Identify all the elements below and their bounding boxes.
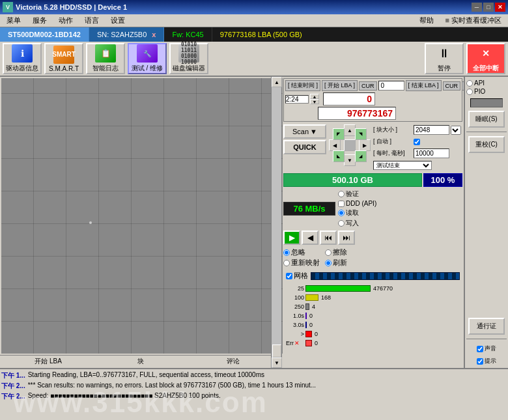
side-panel: API PIO 睡眠(S) 重校(C) 通行证 声音 提示 xyxy=(464,77,508,368)
back-button[interactable]: ◀ xyxy=(302,231,318,245)
smart-button[interactable]: SMART S.M.A.R.T xyxy=(44,43,83,74)
scan-dropdown-arrow: ▼ xyxy=(310,128,317,135)
terr-count: 0 xyxy=(315,340,318,346)
stop-button[interactable]: ✕ 全部中断 xyxy=(466,43,505,74)
pio-radio[interactable] xyxy=(466,89,473,95)
verify-radio[interactable] xyxy=(338,191,345,197)
err-x-icon: ✕ xyxy=(294,340,300,346)
status-time-1: 下午 1... xyxy=(1,371,25,380)
sound-checkbox[interactable] xyxy=(477,346,483,352)
terr-bar xyxy=(305,340,312,346)
nav-right-button[interactable]: ▶ xyxy=(359,139,371,151)
timeout-input[interactable] xyxy=(414,148,449,158)
status-line-2: 下午 2... *** Scan results: no warnings, n… xyxy=(1,381,507,391)
pause-button[interactable]: ⏸ 暂停 xyxy=(425,43,464,74)
ddd-checkbox-label[interactable]: DDD (API) xyxy=(338,200,376,207)
nav-center-button[interactable] xyxy=(344,139,356,151)
menu-settings[interactable]: 设置 xyxy=(106,14,130,27)
end-action-select[interactable]: 测试结束 xyxy=(373,161,432,170)
drive-bar: ST500DM002-1BD142 SN: S2AHZ5B0 x Fw: KC4… xyxy=(0,27,508,42)
t25-count: 476770 xyxy=(373,285,393,292)
ignore-radio-label[interactable]: 忽略 xyxy=(283,247,320,257)
erase-radio[interactable] xyxy=(325,249,332,256)
write-radio-label[interactable]: 写入 xyxy=(338,219,359,228)
t1s-count: 0 xyxy=(309,313,313,319)
size-select[interactable]: ▼ xyxy=(451,126,461,135)
tgt-count: 0 xyxy=(315,331,318,337)
cur-end-label: CUR xyxy=(443,81,461,91)
nav-downleft-button[interactable]: ◣ xyxy=(333,150,345,162)
grid-checkbox[interactable] xyxy=(286,273,292,279)
speed-mode-row: 76 MB/s 验证 DDD (API) xyxy=(283,189,462,228)
playback-controls: ▶ ◀ ⏮ ⏭ xyxy=(283,231,462,245)
ignore-radio[interactable] xyxy=(283,249,290,256)
pio-radio-label[interactable]: PIO xyxy=(466,88,507,95)
ddd-checkbox[interactable] xyxy=(338,201,345,207)
refresh-radio-label[interactable]: 刷新 xyxy=(325,258,347,268)
close-button[interactable]: ✕ xyxy=(495,3,505,12)
cur-label: CUR xyxy=(359,81,377,91)
menu-action[interactable]: 动作 xyxy=(53,14,78,27)
nav-left-button[interactable]: ◀ xyxy=(329,139,341,151)
skip-fwd-button[interactable]: ⏭ xyxy=(338,231,355,245)
nav-downright-button[interactable]: ◢ xyxy=(355,150,367,162)
maximize-button[interactable]: □ xyxy=(483,3,494,12)
scan-button[interactable]: Scan ▼ xyxy=(283,124,326,139)
quick-button[interactable]: QUICK xyxy=(283,140,326,154)
scroll-up-button[interactable]: ▲ xyxy=(272,77,282,87)
read-radio[interactable] xyxy=(338,210,345,216)
passthrough-button[interactable]: 通行证 xyxy=(468,318,505,335)
scroll-thumb[interactable] xyxy=(272,344,281,357)
remap-radio-label[interactable]: 重新映射 xyxy=(283,258,320,268)
toolbar: ℹ 驱动器信息 SMART S.M.A.R.T 📋 智能日志 🔧 测试 / 维修… xyxy=(0,42,508,77)
auto-checkbox[interactable] xyxy=(414,139,420,145)
status-time-3: 下午 2... xyxy=(1,392,25,401)
api-radio-label[interactable]: API xyxy=(466,79,507,87)
hex-editor-button[interactable]: 01010110110100010000 磁盘编辑器 xyxy=(169,43,208,74)
sn-close-btn[interactable]: x xyxy=(152,31,156,38)
erase-radio-label[interactable]: 擦除 xyxy=(325,247,347,257)
reset-button[interactable]: 重校(C) xyxy=(468,136,505,153)
drive-info-button[interactable]: ℹ 驱动器信息 xyxy=(3,43,42,74)
realtime-buffer-btn[interactable]: ≡ 实时查看缓冲区 xyxy=(440,14,507,27)
nav-upright-button[interactable]: ◥ xyxy=(355,128,367,140)
side-separator-2 xyxy=(466,339,507,339)
nav-down-button[interactable]: ▼ xyxy=(344,154,356,166)
api-radio[interactable] xyxy=(466,80,473,87)
timeout-label: [ 每时, 毫秒] xyxy=(373,149,412,158)
time-spin-up[interactable]: ▲ xyxy=(310,94,319,99)
scroll-down-button[interactable]: ▼ xyxy=(272,357,282,368)
skip-back-button[interactable]: ⏮ xyxy=(320,231,337,245)
scan-panel: ▲ ▼ 开始 LBA 块 评论 xyxy=(0,77,281,368)
sleep-button[interactable]: 睡眠(S) xyxy=(468,111,505,128)
log-button[interactable]: 📋 智能日志 xyxy=(86,43,125,74)
menu-language[interactable]: 语言 xyxy=(79,14,104,27)
diamond-nav: ▲ ◀ ▶ ▼ ◤ ◥ ◣ ◢ xyxy=(329,124,371,166)
menu-help[interactable]: 帮助 xyxy=(414,14,439,27)
size-input[interactable] xyxy=(414,125,449,135)
nav-upleft-button[interactable]: ◤ xyxy=(333,128,345,140)
remap-radio[interactable] xyxy=(283,260,290,266)
write-radio[interactable] xyxy=(338,220,345,227)
log-icon: 📋 xyxy=(95,44,116,63)
nav-up-button[interactable]: ▲ xyxy=(344,124,356,136)
smart-icon: SMART xyxy=(53,46,74,64)
time-spin-down[interactable]: ▼ xyxy=(310,99,319,104)
menu-file[interactable]: 菜单 xyxy=(1,14,26,27)
test-button[interactable]: 🔧 测试 / 维修 xyxy=(128,43,167,74)
scroll-track[interactable] xyxy=(272,87,281,357)
drive-info-icon: ℹ xyxy=(12,44,33,63)
t3s-count: 0 xyxy=(309,322,313,328)
app-icon: V xyxy=(3,2,13,12)
scan-scrollbar[interactable]: ▲ ▼ xyxy=(271,77,281,368)
menu-service[interactable]: 服务 xyxy=(27,14,52,27)
verify-radio-label[interactable]: 验证 xyxy=(338,189,359,199)
play-button[interactable]: ▶ xyxy=(283,231,300,245)
refresh-radio[interactable] xyxy=(325,260,332,266)
drive-tab[interactable]: ST500DM002-1BD142 xyxy=(0,27,89,42)
minimize-button[interactable]: ─ xyxy=(472,3,482,12)
tgt-label: > xyxy=(286,331,304,337)
time-input[interactable] xyxy=(285,95,309,104)
read-radio-label[interactable]: 读取 xyxy=(338,208,359,217)
hint-checkbox[interactable] xyxy=(477,358,483,365)
